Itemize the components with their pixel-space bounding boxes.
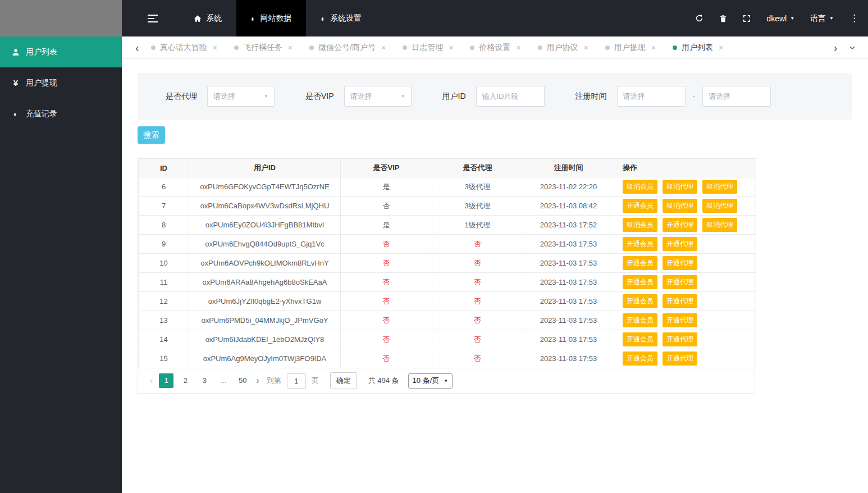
nav-item[interactable]: ◐ 系统设置 — [306, 0, 376, 36]
regtime-end-input[interactable] — [702, 86, 771, 107]
cell-id: 14 — [139, 330, 189, 349]
action-button[interactable]: 开通代理 — [663, 218, 697, 232]
refresh-icon[interactable] — [695, 14, 703, 22]
cell-actions: 开通会员开通代理 — [614, 273, 756, 292]
tab-close-icon[interactable]: × — [213, 43, 217, 52]
action-button[interactable]: 开通会员 — [623, 294, 657, 308]
page-number[interactable]: 50 — [235, 373, 250, 388]
tab-close-icon[interactable]: × — [651, 43, 656, 52]
tab[interactable]: 价格设置 × — [470, 43, 520, 53]
next-page-icon[interactable]: › — [252, 376, 263, 386]
cell-id: 9 — [139, 235, 189, 254]
tabs-scroll-left-icon[interactable]: ‹ — [132, 42, 143, 53]
action-button[interactable]: 取消代理 — [702, 199, 737, 213]
action-button[interactable]: 取消代理 — [663, 180, 697, 194]
action-button[interactable]: 开通代理 — [663, 237, 697, 251]
action-button[interactable]: 开通会员 — [623, 352, 657, 366]
vip-select[interactable]: 请选择 ▼ — [344, 86, 412, 107]
cell-vip: 否 — [341, 292, 432, 311]
tab[interactable]: 飞行棋任务 × — [234, 43, 293, 53]
tab-close-icon[interactable]: × — [584, 43, 588, 52]
tabs-scroll-right-icon[interactable]: › — [830, 42, 841, 53]
cell-reg-time: 2023-11-03 17:53 — [523, 292, 614, 311]
prev-page-icon[interactable]: ‹ — [146, 376, 157, 386]
table-row: 8 oxPUm6Ey0ZOU4i3JHFgBB81MtbvI 是 1级代理 20… — [139, 216, 756, 235]
nav-items: 系统 ◐ 网站数据 ◐ 系统设置 — [179, 0, 376, 36]
table-body: 6 oxPUm6GFOKyvCGpT4EWTJq5OzrNE 是 3级代理 20… — [139, 177, 756, 368]
pagination: ‹ 123...50 › 到第 页 确定 共 494 条 10 条/页 ▼ — [138, 368, 755, 393]
tab-close-icon[interactable]: × — [449, 43, 453, 52]
tabs-dropdown-icon[interactable]: › — [848, 42, 860, 53]
action-button[interactable]: 开通会员 — [623, 256, 657, 270]
sidebar-item[interactable]: ◐ 充值记录 — [0, 98, 122, 129]
table-header-cell: ID — [139, 159, 189, 177]
tab[interactable]: 真心话大冒险 × — [151, 43, 217, 53]
page-size-select[interactable]: 10 条/页 ▼ — [408, 373, 453, 389]
tab[interactable]: 用户列表 × — [673, 43, 723, 53]
action-button[interactable]: 开通会员 — [623, 199, 657, 213]
page-number[interactable]: ... — [216, 373, 231, 388]
tab-dot-icon — [470, 45, 474, 50]
cell-agent: 否 — [432, 311, 523, 330]
tabbar-right: › › — [830, 42, 859, 53]
tab-dot-icon — [538, 45, 542, 50]
nav-item-label: 网站数据 — [260, 13, 291, 24]
tab-close-icon[interactable]: × — [381, 43, 386, 52]
action-button[interactable]: 开通会员 — [623, 313, 657, 327]
cell-user-id: oxPUm6CaBopx4WV3wDsdRsLMjQHU — [189, 197, 341, 216]
language-dropdown[interactable]: 语言 ▼ — [810, 13, 834, 24]
trash-icon[interactable] — [719, 15, 727, 22]
cell-id: 6 — [139, 177, 189, 197]
tab[interactable]: 用户协议 × — [538, 43, 588, 53]
tab-close-icon[interactable]: × — [719, 43, 723, 52]
user-dropdown[interactable]: dkewl ▼ — [766, 14, 794, 23]
cell-reg-time: 2023-11-02 22:20 — [523, 177, 614, 197]
fullscreen-icon[interactable] — [743, 15, 751, 22]
cell-reg-time: 2023-11-03 17:53 — [523, 254, 614, 273]
cell-vip: 否 — [341, 254, 432, 273]
action-button[interactable]: 开通代理 — [663, 332, 697, 346]
tab-close-icon[interactable]: × — [516, 43, 520, 52]
userid-input[interactable] — [476, 86, 545, 107]
action-button[interactable]: 开通代理 — [663, 294, 697, 308]
page-number[interactable]: 2 — [178, 373, 193, 388]
cell-vip: 否 — [341, 273, 432, 292]
agent-select[interactable]: 请选择 ▼ — [207, 86, 275, 107]
goto-page-input[interactable] — [287, 373, 306, 389]
nav-item[interactable]: ◐ 网站数据 — [236, 0, 306, 36]
sidebar-item[interactable]: ¥ 用户提现 — [0, 67, 122, 98]
table-row: 9 oxPUm6EhvgQ844Od9uptS_Gjq1Vc 否 否 2023-… — [139, 235, 756, 254]
tab-label: 用户协议 — [547, 43, 578, 53]
action-button[interactable]: 开通代理 — [663, 352, 697, 366]
search-button[interactable]: 搜索 — [138, 126, 165, 144]
tab[interactable]: 微信公号/商户号 × — [309, 43, 386, 53]
action-button[interactable]: 取消代理 — [663, 199, 697, 213]
nav-item-label: 系统设置 — [330, 13, 362, 24]
action-button[interactable]: 开通会员 — [623, 332, 657, 346]
page-number[interactable]: 3 — [197, 373, 212, 388]
nav-item-icon — [194, 15, 202, 22]
more-icon[interactable]: ⋮ — [849, 12, 859, 24]
cell-user-id: oxPUm6Ag9MeyOJyIm0TWj3FO9IDA — [189, 349, 341, 368]
regtime-start-input[interactable] — [617, 86, 686, 107]
nav-item[interactable]: 系统 — [179, 0, 236, 36]
table-row: 14 oxPUm6IJdabKDEI_1ebO2MJzQIY8 否 否 2023… — [139, 330, 756, 349]
page-number[interactable]: 1 — [159, 373, 173, 388]
tab[interactable]: 用户提现 × — [605, 43, 656, 53]
action-button[interactable]: 开通代理 — [663, 275, 697, 289]
action-button[interactable]: 取消代理 — [702, 180, 737, 194]
action-button[interactable]: 取消代理 — [702, 218, 737, 232]
tab[interactable]: 日志管理 × — [403, 43, 453, 53]
cell-vip: 否 — [341, 311, 432, 330]
sidebar-item[interactable]: 用户列表 — [0, 36, 122, 67]
action-button[interactable]: 取消会员 — [623, 218, 657, 232]
action-button[interactable]: 取消会员 — [623, 180, 657, 194]
action-button[interactable]: 开通会员 — [623, 275, 657, 289]
menu-toggle-icon[interactable] — [148, 15, 158, 22]
cell-id: 13 — [139, 311, 189, 330]
action-button[interactable]: 开通代理 — [663, 313, 697, 327]
confirm-page-button[interactable]: 确定 — [330, 372, 357, 389]
tab-close-icon[interactable]: × — [288, 43, 293, 52]
action-button[interactable]: 开通代理 — [663, 256, 697, 270]
action-button[interactable]: 开通会员 — [623, 237, 657, 251]
